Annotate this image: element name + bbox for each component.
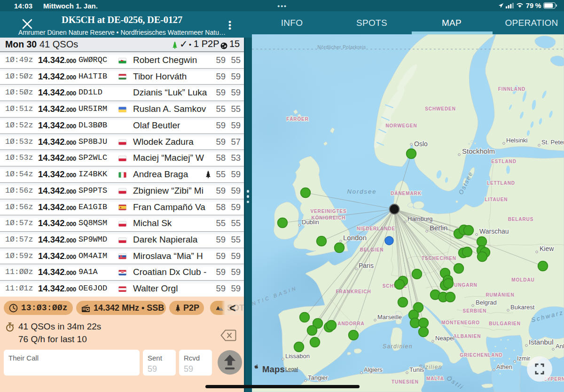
svg-text:MONTENEGRO: MONTENEGRO (441, 320, 480, 325)
svg-text:SCHWEDEN: SCHWEDEN (425, 106, 456, 111)
svg-text:Istanbul: Istanbul (529, 338, 554, 346)
svg-text:Kiew: Kiew (540, 245, 554, 252)
svg-text:Oslo: Oslo (414, 140, 428, 148)
svg-text:Helsinki: Helsinki (506, 137, 528, 144)
svg-text:Maps: Maps (262, 364, 285, 374)
svg-text:ANDORRA: ANDORRA (337, 321, 364, 326)
svg-text:Izmir: Izmir (517, 355, 531, 362)
svg-text:LETTLAND: LETTLAND (487, 180, 515, 186)
svg-text:UNGARN: UNGARN (454, 282, 477, 288)
svg-text:MALTA: MALTA (426, 376, 444, 381)
svg-text:Athen: Athen (496, 363, 512, 370)
svg-text:Algiers: Algiers (364, 366, 383, 373)
svg-text:Legal: Legal (285, 366, 298, 372)
svg-text:FÄRÖER: FÄRÖER (286, 116, 309, 122)
svg-text:NIEDERLANDE: NIEDERLANDE (357, 226, 395, 231)
svg-text:NORWEGEN: NORWEGEN (385, 123, 417, 128)
svg-text:Tangier: Tangier (308, 374, 328, 381)
svg-text:Neapel: Neapel (435, 335, 454, 342)
svg-text:SERBIEN: SERBIEN (463, 308, 487, 314)
svg-text:Tunis: Tunis (409, 366, 424, 373)
svg-text:Bukarest: Bukarest (510, 304, 535, 311)
svg-text:VEREINIGTES: VEREINIGTES (310, 209, 346, 214)
svg-text:GRIECHENLAND: GRIECHENLAND (460, 353, 502, 358)
svg-text:FRANKREICH: FRANKREICH (336, 289, 371, 294)
svg-text:TUNESIEN: TUNESIEN (392, 379, 419, 384)
svg-text:DÄNEMARK: DÄNEMARK (391, 190, 422, 196)
svg-text:Nördlicher Polarkreis: Nördlicher Polarkreis (317, 45, 366, 50)
svg-text:London: London (343, 234, 367, 242)
svg-text:Anka: Anka (556, 343, 564, 350)
svg-text:Lissabon: Lissabon (285, 353, 310, 360)
svg-text:BULGARIEN: BULGARIEN (489, 321, 521, 326)
svg-text:Nordsee: Nordsee (347, 188, 376, 195)
svg-text:ALBANIEN: ALBANIEN (454, 334, 481, 339)
svg-text:Marseille: Marseille (377, 314, 402, 321)
svg-text:MOLDAU: MOLDAU (511, 277, 534, 282)
svg-text:Stockholm: Stockholm (462, 147, 495, 155)
svg-text:FINNLAND: FINNLAND (498, 86, 525, 92)
svg-text:LITAUEN: LITAUEN (485, 197, 508, 202)
svg-text:St. Petersb: St. Petersb (541, 139, 564, 146)
svg-text:RUMÄNIEN: RUMÄNIEN (486, 292, 514, 298)
svg-text:Sardinien: Sardinien (383, 343, 413, 350)
svg-text:Warschau: Warschau (479, 227, 509, 235)
svg-text:BELARUS: BELARUS (508, 217, 534, 222)
svg-text:Belgrad: Belgrad (476, 299, 497, 306)
svg-text:ESTLAND: ESTLAND (491, 159, 517, 164)
